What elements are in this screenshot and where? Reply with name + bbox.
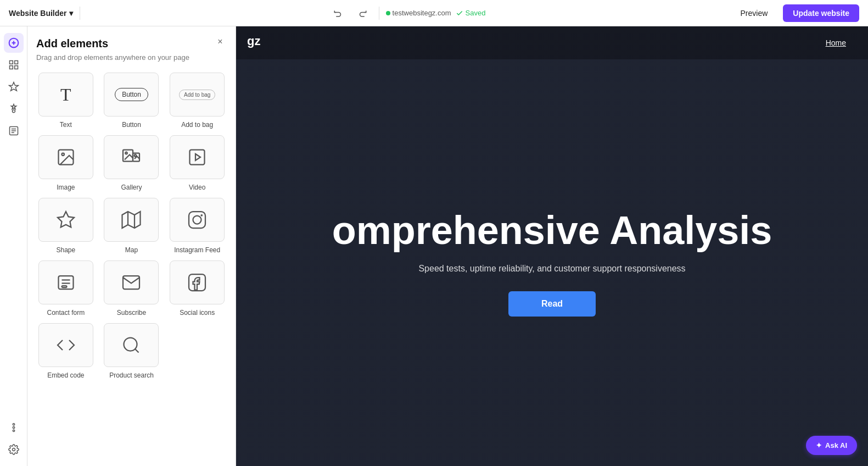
preview-button[interactable]: Preview xyxy=(731,5,776,21)
svg-rect-6 xyxy=(14,66,18,69)
sidebar-settings-icon[interactable] xyxy=(4,440,24,459)
shape-icon-box xyxy=(38,198,93,242)
element-shape[interactable]: Shape xyxy=(36,198,96,254)
button-icon-box: Button xyxy=(104,73,159,116)
add-to-bag-icon-box: Add to bag xyxy=(170,73,225,116)
map-icon xyxy=(121,210,141,230)
map-icon-box xyxy=(104,198,159,242)
svg-point-15 xyxy=(12,448,15,451)
gallery-icon xyxy=(121,147,141,167)
svg-rect-5 xyxy=(9,66,13,69)
saved-dot-icon xyxy=(386,11,390,15)
svg-point-14 xyxy=(13,430,14,431)
add-to-bag-label: Add to bag xyxy=(181,121,213,129)
element-social-icons[interactable]: Social icons xyxy=(167,260,227,317)
sidebar-design-icon[interactable] xyxy=(4,77,24,97)
ask-ai-button[interactable]: ✦ Ask AI xyxy=(806,436,857,455)
contact-form-label: Contact form xyxy=(47,309,85,317)
element-image[interactable]: Image xyxy=(36,135,96,191)
ask-ai-label: Ask AI xyxy=(825,441,847,450)
element-map[interactable]: Map xyxy=(102,198,161,254)
image-icon xyxy=(56,147,76,167)
subscribe-icon xyxy=(121,273,141,292)
close-icon: × xyxy=(217,37,222,47)
main-layout: × Add elements Drag and drop elements an… xyxy=(0,26,868,466)
gallery-icon-box xyxy=(104,135,159,179)
saved-text: Saved xyxy=(466,9,486,17)
embed-code-label: Embed code xyxy=(47,371,84,379)
svg-point-30 xyxy=(201,215,203,216)
svg-rect-22 xyxy=(190,150,205,165)
video-icon xyxy=(187,147,207,167)
svg-marker-23 xyxy=(195,154,200,160)
shape-label: Shape xyxy=(56,246,75,254)
main-canvas: Home gz omprehensive Analysis Speed test… xyxy=(236,26,868,466)
element-instagram[interactable]: Instagram Feed xyxy=(167,198,227,254)
hero-read-button[interactable]: Read xyxy=(508,291,596,317)
svg-rect-28 xyxy=(189,212,205,228)
svg-rect-3 xyxy=(9,61,13,64)
product-search-icon-box xyxy=(104,323,159,367)
panel-subtitle: Drag and drop elements anywhere on your … xyxy=(36,53,227,62)
element-video[interactable]: Video xyxy=(167,135,227,191)
sidebar-more-icon[interactable] xyxy=(4,418,24,437)
element-product-search[interactable]: Product search xyxy=(102,323,161,379)
element-subscribe[interactable]: Subscribe xyxy=(102,260,161,317)
svg-point-12 xyxy=(13,426,14,428)
element-gallery[interactable]: Gallery xyxy=(102,135,161,191)
sidebar-add-icon[interactable] xyxy=(4,33,24,53)
topbar-right: Preview Update website xyxy=(731,4,859,22)
canvas-background: Home gz omprehensive Analysis Speed test… xyxy=(236,26,868,466)
divider-2 xyxy=(379,7,379,20)
element-text[interactable]: T Text xyxy=(36,73,96,129)
svg-rect-34 xyxy=(61,286,66,287)
svg-marker-24 xyxy=(58,212,74,228)
panel-close-button[interactable]: × xyxy=(212,34,228,49)
svg-point-36 xyxy=(124,338,137,351)
brand-label[interactable]: Website Builder ▾ xyxy=(9,9,73,18)
button-icon: Button xyxy=(115,88,148,101)
panel-title: Add elements xyxy=(36,37,227,50)
element-embed-code[interactable]: Embed code xyxy=(36,323,96,379)
svg-line-37 xyxy=(135,349,139,353)
update-website-button[interactable]: Update website xyxy=(783,4,859,22)
text-icon-box: T xyxy=(38,73,93,116)
svg-point-29 xyxy=(193,216,201,224)
product-search-label: Product search xyxy=(109,371,154,379)
shape-icon xyxy=(56,210,76,230)
hero-section: omprehensive Analysis Speed tests, uptim… xyxy=(236,59,868,466)
element-add-to-bag[interactable]: Add to bag Add to bag xyxy=(167,73,227,129)
narrow-sidebar xyxy=(0,26,27,466)
instagram-icon xyxy=(187,210,207,230)
button-label: Button xyxy=(122,121,141,129)
redo-button[interactable] xyxy=(352,3,372,23)
contact-form-icon-box xyxy=(38,260,93,304)
social-icons-icon-box xyxy=(170,260,225,304)
sidebar-ai-icon[interactable] xyxy=(4,99,24,119)
video-label: Video xyxy=(189,184,205,191)
element-button[interactable]: Button Button xyxy=(102,73,161,129)
saved-badge: testwebsitegz.com xyxy=(386,9,451,17)
svg-point-7 xyxy=(12,110,15,113)
text-icon: T xyxy=(60,85,71,105)
sidebar-notes-icon[interactable] xyxy=(4,121,24,141)
embed-code-icon xyxy=(56,335,76,355)
nav-home-link[interactable]: Home xyxy=(826,38,846,47)
map-label: Map xyxy=(125,246,138,254)
site-name-label: testwebsitegz.com xyxy=(393,9,451,17)
contact-form-icon xyxy=(56,273,76,292)
svg-marker-25 xyxy=(122,212,141,228)
svg-rect-4 xyxy=(14,61,18,64)
gallery-label: Gallery xyxy=(121,184,142,191)
product-search-icon xyxy=(121,335,141,355)
embed-code-icon-box xyxy=(38,323,93,367)
undo-button[interactable] xyxy=(328,3,348,23)
brand-chevron-icon: ▾ xyxy=(69,9,73,18)
saved-status: Saved xyxy=(456,9,486,17)
hero-title-text: omprehensive Analysis xyxy=(332,208,772,252)
topbar-center: testwebsitegz.com Saved xyxy=(328,3,486,23)
sidebar-layers-icon[interactable] xyxy=(4,55,24,75)
hero-subtitle: Speed tests, uptime reliability, and cus… xyxy=(418,264,685,274)
topbar-left: Website Builder ▾ xyxy=(9,7,82,20)
element-contact-form[interactable]: Contact form xyxy=(36,260,96,317)
